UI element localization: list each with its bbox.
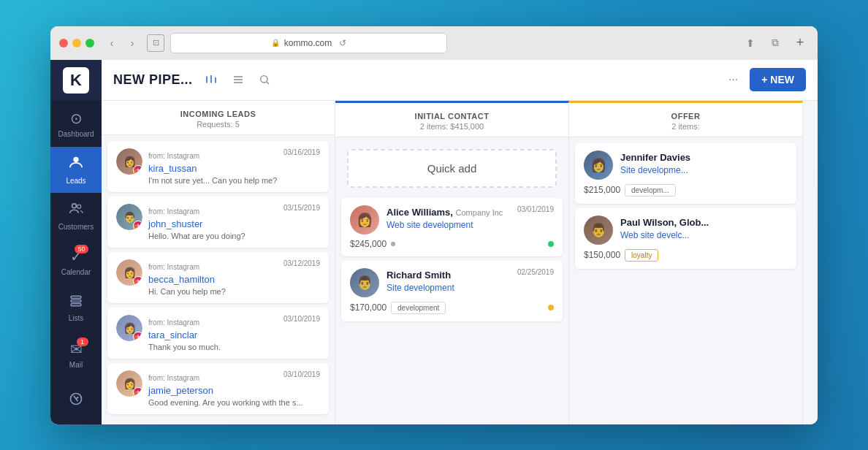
sidebar-item-analytics[interactable] [50, 378, 102, 424]
sidebar-item-dashboard[interactable]: ⊙ Dashboard [50, 101, 102, 147]
svg-point-0 [73, 157, 78, 162]
back-button[interactable]: ‹ [103, 34, 121, 52]
lead-message: Good evening. Are you working with the s… [148, 398, 320, 407]
mail-badge-wrap: ✉ 1 [70, 340, 83, 358]
lead-message: Thank you so much. [148, 343, 320, 351]
lead-card-header: 👩 ✈ from: Instagram 03/12/2019 becca_ham… [116, 259, 320, 296]
lead-card-shuster[interactable]: 👨 ✈ from: Instagram 03/15/2019 john_shus… [107, 197, 329, 248]
lead-source: from: Instagram [148, 319, 199, 327]
deal-info: Paul Wilson, Glob... Web site develc... [620, 216, 788, 240]
lead-source: from: Instagram [148, 207, 199, 216]
lock-icon: 🔒 [271, 39, 280, 47]
lead-card-info: from: Instagram 03/15/2019 john_shuster … [148, 204, 320, 240]
deal-status-dot [548, 305, 554, 310]
sidebar-logo: K [50, 60, 102, 101]
deal-card-header: 👨 Paul Wilson, Glob... Web site develc..… [584, 216, 788, 245]
initial-contact-title: INITIAL CONTACT [347, 112, 557, 121]
browser-window: ‹ › ⊡ 🔒 kommo.com ↺ ⬆ ⧉ + K ⊙ Dashboard [50, 26, 818, 424]
offer-header: OFFER 2 items: [569, 103, 802, 137]
incoming-leads-subtitle: Requests: 5 [113, 120, 323, 129]
deal-card-jennifer[interactable]: 👩 Jennifer Davies Site developme... $215… [575, 143, 796, 204]
lead-username: kira_tussan [148, 163, 320, 174]
svg-point-1 [72, 204, 77, 208]
lead-date: 03/12/2019 [283, 259, 320, 267]
deal-card-paul[interactable]: 👨 Paul Wilson, Glob... Web site develc..… [575, 208, 796, 269]
minimize-button[interactable] [72, 39, 81, 47]
close-button[interactable] [59, 39, 68, 47]
deal-card-richard[interactable]: 👨 Richard Smith 02/25/2019 Site developm… [341, 261, 563, 321]
calendar-badge-wrap: ✓ 50 [70, 248, 83, 265]
lead-message: I'm not sure yet... Can you help me? [148, 176, 320, 185]
main-content: NEW PIPE... [102, 60, 818, 424]
lead-card-info: from: Instagram 03/12/2019 becca_hamilto… [148, 259, 320, 296]
search-button[interactable] [256, 71, 273, 88]
deal-amount: $245,000 [350, 239, 387, 249]
svg-rect-4 [71, 300, 81, 302]
lead-card-becca[interactable]: 👩 ✈ from: Instagram 03/12/2019 becca_ham… [107, 252, 329, 303]
leads-icon [68, 154, 84, 174]
instagram-icon: ✈ [133, 387, 142, 397]
deal-card-header: 👩 Jennifer Davies Site developme... [584, 150, 788, 180]
deal-title: Web site development [387, 220, 554, 230]
quick-add-box[interactable]: Quick add [347, 149, 557, 188]
lead-card-tara[interactable]: 👩 ✈ from: Instagram 03/10/2019 tara_sinc… [107, 308, 329, 359]
incoming-leads-title: INCOMING LEADS [113, 110, 323, 118]
lead-card-info: from: Instagram 03/16/2019 kira_tussan I… [148, 148, 320, 185]
pipeline-view-button[interactable] [202, 70, 221, 89]
pipe-title: NEW PIPE... [113, 72, 193, 88]
sidebar-item-calendar[interactable]: ✓ 50 Calendar [50, 239, 102, 285]
lead-date: 03/10/2019 [283, 370, 320, 378]
initial-contact-cards: Quick add 👩 Alice Williams, [335, 137, 568, 424]
split-view-button[interactable]: ⊡ [147, 34, 164, 52]
share-button[interactable]: ⬆ [740, 33, 761, 53]
url-bar[interactable]: 🔒 kommo.com ↺ [170, 33, 447, 53]
deal-info: Jennifer Davies Site developme... [620, 150, 788, 175]
initial-contact-header: INITIAL CONTACT 2 items: $415,000 [335, 103, 568, 137]
deal-footer: $215,000 developm... [584, 184, 788, 197]
deal-card-header: 👩 Alice Williams, Company Inc 03/01/2019… [350, 205, 554, 234]
new-button[interactable]: + NEW [750, 68, 806, 91]
deal-date: 03/01/2019 [517, 205, 554, 213]
browser-actions: ⬆ ⧉ [740, 33, 785, 53]
menu-button[interactable] [229, 71, 247, 88]
deal-title: Site developme... [620, 165, 788, 175]
svg-rect-5 [71, 304, 81, 306]
svg-point-2 [77, 205, 81, 208]
lead-username: tara_sinclar [148, 329, 320, 340]
initial-contact-subtitle: 2 items: $415,000 [347, 122, 557, 131]
lead-username: jamie_peterson [148, 385, 320, 396]
duplicate-button[interactable]: ⧉ [765, 33, 785, 53]
more-options-button[interactable]: ··· [726, 70, 741, 89]
sidebar-label-lists: Lists [69, 314, 84, 322]
forward-button[interactable]: › [123, 34, 141, 52]
avatar-kira: 👩 ✈ [116, 148, 142, 175]
deal-card-alice[interactable]: 👩 Alice Williams, Company Inc 03/01/2019… [341, 198, 563, 256]
svg-line-14 [267, 82, 269, 84]
avatar-paul: 👨 [584, 216, 613, 245]
avatar-jennifer: 👩 [584, 150, 613, 180]
instagram-icon: ✈ [133, 221, 142, 230]
deal-info: Alice Williams, Company Inc 03/01/2019 W… [387, 205, 554, 230]
maximize-button[interactable] [85, 39, 94, 47]
add-tab-button[interactable]: + [791, 34, 809, 52]
deal-info: Richard Smith 02/25/2019 Site developmen… [387, 268, 554, 293]
deal-card-header: 👨 Richard Smith 02/25/2019 Site developm… [350, 268, 554, 297]
lead-card-kira[interactable]: 👩 ✈ from: Instagram 03/16/2019 kira_tuss… [107, 141, 329, 192]
kanban-board: INCOMING LEADS Requests: 5 👩 ✈ [102, 101, 818, 424]
avatar-becca: 👩 ✈ [116, 259, 142, 286]
lead-card-info: from: Instagram 03/10/2019 tara_sinclar … [148, 315, 320, 351]
deal-amount: $150,000 [584, 250, 620, 260]
refresh-icon[interactable]: ↺ [339, 38, 346, 48]
sidebar-item-leads[interactable]: Leads [50, 147, 102, 193]
incoming-leads-cards: 👩 ✈ from: Instagram 03/16/2019 kira_tuss… [102, 135, 335, 424]
column-offer: OFFER 2 items: 👩 Jennifer Davies [569, 101, 803, 424]
browser-chrome: ‹ › ⊡ 🔒 kommo.com ↺ ⬆ ⧉ + [50, 26, 818, 60]
deal-tag-loyalty: loyalty [625, 249, 658, 262]
deal-amount: $170,000 [350, 302, 387, 313]
sidebar-item-mail[interactable]: ✉ 1 Mail [50, 332, 102, 378]
lead-card-jamie[interactable]: 👩 ✈ from: Instagram 03/10/2019 jamie_pet… [107, 363, 329, 414]
url-text: kommo.com [284, 38, 332, 48]
sidebar-item-lists[interactable]: Lists [50, 286, 102, 332]
deal-title: Site development [387, 283, 554, 293]
sidebar-item-customers[interactable]: Customers [50, 193, 102, 239]
